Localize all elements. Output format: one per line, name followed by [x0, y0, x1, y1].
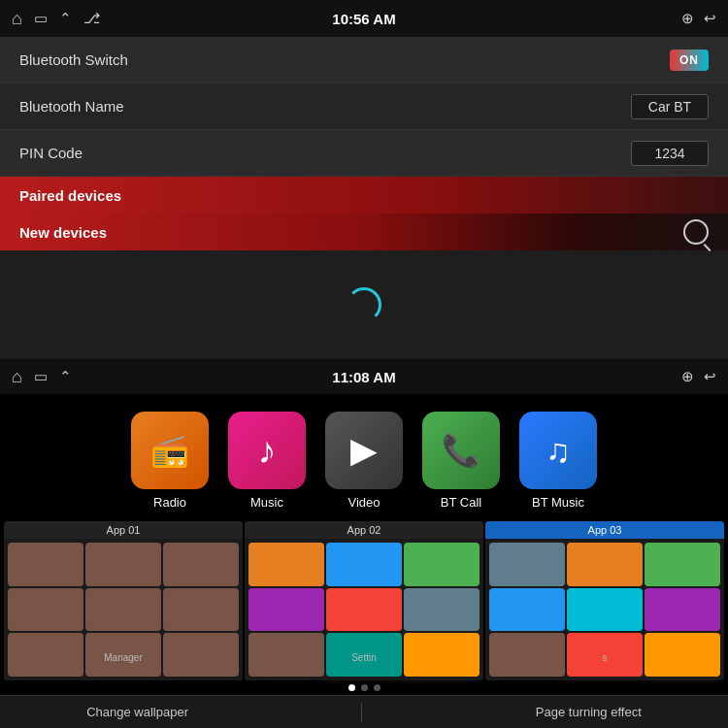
bottom-status-right: ⊕ ↩	[681, 368, 716, 385]
apps-row: 📻 Radio ♪ Music ▶ Video 📞 BT Call	[0, 394, 728, 521]
video-label: Video	[347, 495, 380, 510]
loading-spinner	[347, 287, 381, 322]
new-devices-label: New devices	[19, 224, 107, 241]
app-item-btcall[interactable]: 📞 BT Call	[422, 412, 500, 510]
status-bar-left-icons: ⌂ ▭ ⌃ ⎇	[12, 9, 100, 29]
thumb-mini-4	[8, 588, 83, 632]
status-bar-right-icons: ⊕ ↩	[681, 10, 716, 27]
screen-icon[interactable]: ▭	[34, 10, 48, 27]
thumb-mini-6	[645, 588, 720, 632]
bottom-home-icon[interactable]: ⌂	[12, 367, 22, 387]
bluetooth-settings-panel: ⌂ ▭ ⌃ ⎇ 10:56 AM ⊕ ↩ Bluetooth Switch ON…	[0, 0, 728, 359]
thumb-title-app01: App 01	[4, 521, 243, 539]
thumb-mini-2	[85, 543, 161, 586]
wallpaper-thumb-app03[interactable]: App 03 s	[485, 521, 724, 680]
bluetooth-name-value[interactable]: Car BT	[631, 94, 709, 119]
thumb-mini-4	[489, 588, 565, 632]
bottom-status-bar: ⌂ ▭ ⌃ 11:08 AM ⊕ ↩	[0, 359, 728, 394]
app-item-video[interactable]: ▶ Video	[325, 412, 403, 510]
thumb-mini-2	[326, 543, 402, 586]
wallpaper-thumb-app01[interactable]: App 01 Manager	[4, 521, 243, 680]
thumb-mini-2	[567, 543, 643, 586]
bottom-status-left: ⌂ ▭ ⌃	[12, 367, 72, 387]
thumb-mini-1	[489, 543, 565, 586]
home-icon[interactable]: ⌂	[12, 9, 22, 29]
top-status-bar: ⌂ ▭ ⌃ ⎇ 10:56 AM ⊕ ↩	[0, 0, 728, 37]
bottom-chevron-up-icon[interactable]: ⌃	[59, 368, 72, 385]
paired-devices-label: Paired devices	[19, 187, 121, 204]
search-icon[interactable]	[683, 219, 709, 245]
dot-1	[348, 684, 355, 691]
thumb-mini-5	[567, 588, 643, 632]
wallpaper-thumbs-row: App 01 Manager App 02	[0, 521, 728, 680]
thumb-mini-1	[8, 543, 83, 586]
dot-3	[374, 684, 381, 691]
location-icon: ⊕	[681, 10, 694, 27]
thumb-overlay-app03: s	[485, 652, 724, 663]
wallpaper-thumb-app02[interactable]: App 02 Settin	[245, 521, 483, 680]
app-item-radio[interactable]: 📻 Radio	[131, 412, 209, 510]
usb-icon: ⎇	[83, 10, 100, 27]
btmusic-icon[interactable]: ♫	[519, 412, 597, 489]
bluetooth-toggle[interactable]: ON	[670, 50, 709, 71]
bluetooth-switch-label: Bluetooth Switch	[19, 51, 128, 68]
bluetooth-switch-row[interactable]: Bluetooth Switch ON	[0, 37, 728, 83]
bottom-screen-icon[interactable]: ▭	[34, 368, 48, 385]
thumb-mini-6	[404, 588, 480, 632]
page-turning-effect-button[interactable]: Page turning effect	[536, 705, 642, 719]
thumb-mini-3	[404, 543, 480, 586]
btcall-icon[interactable]: 📞	[422, 412, 500, 489]
back-icon[interactable]: ↩	[704, 10, 716, 27]
loading-area	[0, 250, 728, 359]
app-launcher-panel: ⌂ ▭ ⌃ 11:08 AM ⊕ ↩ 📻 Radio ♪ Music	[0, 359, 728, 728]
pin-code-label: PIN Code	[19, 145, 83, 161]
thumb-mini-5	[326, 588, 402, 632]
pin-code-value[interactable]: 1234	[631, 141, 709, 166]
radio-label: Radio	[153, 495, 186, 510]
thumb-mini-5	[85, 588, 161, 632]
chevron-up-icon[interactable]: ⌃	[59, 10, 72, 27]
thumb-title-app03: App 03	[485, 521, 724, 539]
bottom-time: 11:08 AM	[332, 369, 395, 385]
thumb-mini-6	[163, 588, 239, 632]
bluetooth-name-label: Bluetooth Name	[19, 98, 124, 115]
app-item-btmusic[interactable]: ♫ BT Music	[519, 412, 597, 510]
radio-icon[interactable]: 📻	[131, 412, 209, 489]
bottom-back-icon[interactable]: ↩	[704, 368, 716, 385]
divider	[361, 703, 362, 722]
paired-devices-header: Paired devices	[0, 177, 728, 214]
bottom-location-icon: ⊕	[681, 368, 694, 385]
btmusic-label: BT Music	[532, 495, 584, 510]
music-label: Music	[250, 495, 283, 510]
page-dots	[0, 680, 728, 695]
thumb-mini-3	[645, 543, 720, 586]
new-devices-header: New devices	[0, 214, 728, 250]
thumb-mini-3	[163, 543, 239, 586]
thumb-mini-4	[248, 588, 324, 632]
pin-code-row[interactable]: PIN Code 1234	[0, 130, 728, 177]
bluetooth-name-row[interactable]: Bluetooth Name Car BT	[0, 83, 728, 130]
thumb-title-app02: App 02	[245, 521, 483, 539]
music-icon[interactable]: ♪	[228, 412, 306, 489]
settings-content: Bluetooth Switch ON Bluetooth Name Car B…	[0, 37, 728, 359]
video-icon[interactable]: ▶	[325, 412, 403, 489]
thumb-mini-1	[248, 543, 324, 586]
thumb-overlay-app02: Settin	[245, 652, 483, 663]
bottom-action-bar: Change wallpaper Page turning effect	[0, 695, 728, 728]
thumb-overlay-app01: Manager	[4, 652, 243, 663]
change-wallpaper-button[interactable]: Change wallpaper	[86, 705, 188, 719]
dot-2	[361, 684, 368, 691]
top-time: 10:56 AM	[332, 11, 395, 27]
btcall-label: BT Call	[441, 495, 481, 510]
app-item-music[interactable]: ♪ Music	[228, 412, 306, 510]
